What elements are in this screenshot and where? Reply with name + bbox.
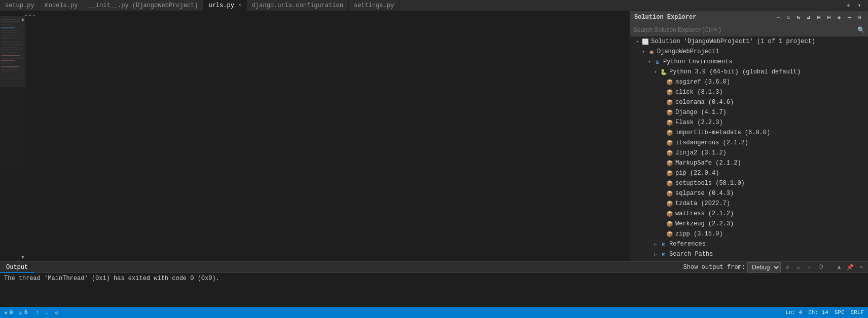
tree-item-werkzeug[interactable]: 📦 Werkzeug (2.2.3) <box>630 219 868 229</box>
output-tabs: Output Show output from: Debug ⊘ ↵ ≡ ⏱ ▲… <box>0 262 868 273</box>
solution-search-input[interactable] <box>633 26 855 33</box>
expand-icon <box>659 231 665 237</box>
tree-item-python-environments[interactable]: ▾ ⊞ Python Environments <box>630 57 868 67</box>
back-icon[interactable]: ← <box>774 13 783 22</box>
solution-explorer-title: Solution Explorer <box>634 14 696 21</box>
status-warnings[interactable]: ⚠ 6 <box>19 309 27 316</box>
output-filter-button[interactable]: ≡ <box>805 263 814 272</box>
package-icon: 📦 <box>666 159 674 167</box>
output-clock-button[interactable]: ⏱ <box>816 263 825 272</box>
output-source-dropdown[interactable]: Debug <box>747 262 781 272</box>
package-label: setuptools (58.1.0) <box>675 180 745 187</box>
solution-file-icon: ⬜ <box>641 37 649 46</box>
package-label: MarkupSafe (2.1.2) <box>675 160 741 167</box>
expand-icon <box>659 201 665 207</box>
package-label: itsdangerous (2.1.2) <box>675 139 748 146</box>
expand-icon <box>659 89 665 95</box>
down-arrow-button[interactable]: ↓ <box>45 309 49 315</box>
tab-label: urls.py <box>208 0 234 11</box>
tree-item-flask[interactable]: 📦 Flask (2.2.3) <box>630 117 868 128</box>
output-message: The thread 'MainThread' (0x1) has exited… <box>4 274 220 283</box>
new-tab-button[interactable]: + <box>844 1 853 10</box>
output-scroll-up[interactable]: ▲ <box>835 263 844 272</box>
sync-icon[interactable]: ⇄ <box>804 13 813 22</box>
tree-item-colorama[interactable]: 📦 colorama (0.4.6) <box>630 97 868 107</box>
expand-icon[interactable]: ⊞ <box>814 13 823 22</box>
references-label: References <box>669 241 706 248</box>
tree-item-zipp[interactable]: 📦 zipp (3.15.0) <box>630 229 868 239</box>
expand-icon <box>659 120 665 126</box>
status-errors[interactable]: ✕ 0 <box>4 309 13 316</box>
tab-settings-py[interactable]: settings.py <box>349 0 400 11</box>
output-pin-button[interactable]: 📌 <box>846 263 855 272</box>
collapse-icon[interactable]: ⊟ <box>824 13 834 22</box>
output-clear-button[interactable]: ⊘ <box>783 263 792 272</box>
expand-icon <box>659 99 665 105</box>
package-label: Jinja2 (3.1.2) <box>675 149 727 156</box>
solution-explorer-panel: Solution Explorer ← ⌂ ↻ ⇄ ⊞ ⊟ ◈ ⋯ ⊡ 🔍 ▾ … <box>630 11 868 261</box>
tree-item-asgiref[interactable]: 📦 asgiref (3.6.0) <box>630 77 868 87</box>
nav-back-button[interactable]: ◁ <box>55 309 58 316</box>
tree-item-django[interactable]: 📦 Django (4.1.7) <box>630 107 868 117</box>
search-paths-icon: ⊡ <box>660 250 668 258</box>
tree-item-pip[interactable]: 📦 pip (22.0.4) <box>630 168 868 178</box>
tree-item-tzdata[interactable]: 📦 tzdata (2022.7) <box>630 198 868 209</box>
package-icon: 📦 <box>666 129 674 137</box>
tab-close-icon[interactable]: × <box>238 0 241 11</box>
tab-overflow-button[interactable]: ▾ <box>855 1 864 10</box>
filter-icon[interactable]: ◈ <box>835 13 844 22</box>
tree-item-python39[interactable]: ▾ 🐍 Python 3.9 (64-bit) (global default) <box>630 67 868 77</box>
tree-item-itsdangerous[interactable]: 📦 itsdangerous (2.1.2) <box>630 138 868 148</box>
package-icon: 📦 <box>666 210 674 218</box>
tree-item-project[interactable]: ▾ ▣ DjangoWebProject1 <box>630 47 868 57</box>
tree-item-solution[interactable]: ▾ ⬜ Solution 'DjangoWebProject1' (1 of 1… <box>630 36 868 47</box>
tree-item-markupsafe[interactable]: 📦 MarkupSafe (2.1.2) <box>630 158 868 168</box>
tab-init-py[interactable]: __init__.py (DjangoWebProject) <box>83 0 203 11</box>
tree-item-references[interactable]: ▷ ⊡ References <box>630 239 868 249</box>
package-label: colorama (0.4.6) <box>675 99 734 106</box>
code-editor[interactable]: """ Definition of urls for DjangoWebProj… <box>0 11 630 16</box>
output-content: The thread 'MainThread' (0x1) has exited… <box>0 273 868 307</box>
package-icon: 📦 <box>666 149 674 157</box>
package-label: Django (4.1.7) <box>675 109 727 116</box>
expand-icon <box>659 221 665 227</box>
expand-icon <box>659 140 665 146</box>
tree-item-waitress[interactable]: 📦 waitress (2.1.2) <box>630 209 868 219</box>
scroll-down-button[interactable]: ▼ <box>21 255 24 260</box>
output-wrap-button[interactable]: ↵ <box>794 263 803 272</box>
solution-tree: ▾ ⬜ Solution 'DjangoWebProject1' (1 of 1… <box>630 36 868 261</box>
package-icon: 📦 <box>666 189 674 197</box>
tree-item-search-paths[interactable]: ▷ ⊡ Search Paths <box>630 249 868 259</box>
warning-icon: ⚠ <box>19 309 22 316</box>
tree-item-click[interactable]: 📦 click (8.1.3) <box>630 87 868 97</box>
minimap: ▲ ▼ <box>0 16 25 261</box>
scroll-up-button[interactable]: ▲ <box>21 17 24 22</box>
more-options-icon[interactable]: ⋯ <box>845 13 854 22</box>
output-tab-label: Output <box>6 264 28 271</box>
tab-django-urls-config[interactable]: django.urls.configuration <box>247 0 349 11</box>
tab-label: models.py <box>45 0 78 11</box>
tree-item-sqlparse[interactable]: 📦 sqlparse (0.4.3) <box>630 188 868 198</box>
home-icon[interactable]: ⌂ <box>784 13 793 22</box>
expand-icon: ▾ <box>646 59 653 65</box>
tab-urls-py[interactable]: urls.py × <box>203 0 246 11</box>
python-version-icon: 🐍 <box>660 68 668 76</box>
solution-label: Solution 'DjangoWebProject1' (1 of 1 pro… <box>651 38 815 45</box>
line-info: Ln: 4 <box>785 309 802 315</box>
tree-item-jinja2[interactable]: 📦 Jinja2 (3.1.2) <box>630 148 868 158</box>
close-panel-icon[interactable]: ⊡ <box>855 13 864 22</box>
output-message-row: The thread 'MainThread' (0x1) has exited… <box>4 274 864 283</box>
tab-models-py[interactable]: models.py <box>40 0 84 11</box>
python-env-icon: ⊞ <box>654 58 662 66</box>
tree-item-setuptools[interactable]: 📦 setuptools (58.1.0) <box>630 178 868 188</box>
package-icon: 📦 <box>666 220 674 228</box>
refresh-icon[interactable]: ↻ <box>794 13 803 22</box>
tab-label: setup.py <box>5 0 34 11</box>
output-tab-output[interactable]: Output <box>0 262 34 273</box>
search-icon[interactable]: 🔍 <box>857 26 865 34</box>
tree-item-importlib[interactable]: 📦 importlib-metadata (6.0.0) <box>630 128 868 138</box>
up-arrow-button[interactable]: ↑ <box>35 309 39 315</box>
tab-setup-py[interactable]: setup.py <box>0 0 40 11</box>
output-close-button[interactable]: × <box>857 263 866 272</box>
python-environments-label: Python Environments <box>663 58 733 65</box>
